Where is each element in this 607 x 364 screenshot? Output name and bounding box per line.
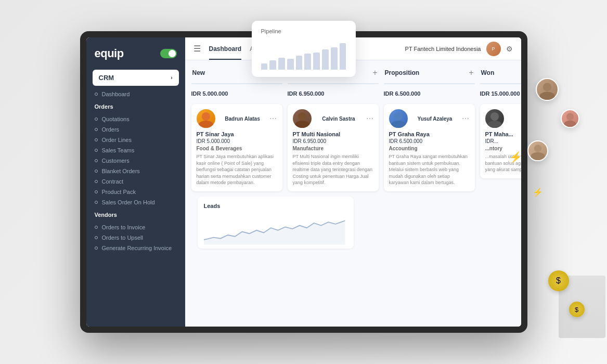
floating-avatar-3 bbox=[527, 140, 548, 161]
bar-10 bbox=[340, 43, 346, 70]
card-company-2: PT Multi Nasional bbox=[293, 131, 373, 137]
pipeline-title: Pipeline bbox=[261, 28, 346, 34]
company-name: PT Fantech Limited Indonesia bbox=[405, 46, 481, 52]
topbar-right: PT Fantech Limited Indonesia P ⚙ bbox=[405, 42, 513, 56]
logo-text: equip bbox=[95, 47, 124, 60]
sidebar-item-salesteams[interactable]: Sales Teams bbox=[86, 145, 185, 155]
sidebar: equip CRM › Dashboard Orders Quotations bbox=[86, 37, 185, 327]
card-avatar-2 bbox=[293, 109, 312, 128]
card-amount-2: IDR 6.950.000 bbox=[293, 138, 373, 144]
bar-6 bbox=[304, 54, 311, 70]
column-total-qualified: IDR 6.950.000 bbox=[288, 90, 379, 97]
card-avatar-3 bbox=[389, 109, 408, 128]
svg-point-1 bbox=[199, 121, 213, 128]
orderstoinvoice-label: Orders to Invoice bbox=[102, 224, 146, 230]
sidebar-item-orderstoinvoice[interactable]: Orders to Invoice bbox=[86, 222, 185, 232]
user-avatar[interactable]: P bbox=[486, 42, 501, 56]
column-divider-won bbox=[480, 83, 521, 84]
column-total-new: IDR 5.000.000 bbox=[191, 90, 282, 97]
hamburger-icon[interactable]: ☰ bbox=[193, 44, 201, 54]
lightning-icon-1: ⚡ bbox=[509, 151, 522, 163]
sidebar-dot bbox=[95, 93, 98, 96]
svg-point-13 bbox=[531, 152, 545, 161]
card-name-3: Yusuf Azaleya bbox=[418, 116, 453, 122]
column-title-won: Won bbox=[481, 69, 495, 76]
sidebar-item-contract[interactable]: Contract bbox=[86, 176, 185, 187]
kanban-column-won: Won + IDR 15.000.000 Karli... bbox=[480, 67, 521, 191]
bar-3 bbox=[278, 58, 285, 70]
sidebar-dot-q bbox=[95, 118, 98, 121]
sidebar-dashboard-label: Dashboard bbox=[102, 91, 130, 97]
sidebar-dot-co bbox=[95, 180, 98, 183]
sidebar-item-recurring[interactable]: Generate Recurring Invoice bbox=[86, 243, 185, 253]
card-avatar-1 bbox=[197, 109, 215, 128]
sidebar-item-orders[interactable]: Orders bbox=[86, 124, 185, 135]
sidebar-item-quotations[interactable]: Quotations bbox=[86, 114, 185, 124]
column-divider-new bbox=[191, 83, 282, 84]
kanban-column-proposition: Proposition + IDR 6.500.000 Yus bbox=[384, 67, 475, 191]
card-header-4: Karli... ⋯ bbox=[485, 109, 521, 128]
toggle-switch[interactable] bbox=[160, 49, 177, 58]
crm-module-button[interactable]: CRM › bbox=[93, 70, 179, 86]
pipeline-bar-chart bbox=[261, 38, 346, 70]
floating-avatar-2 bbox=[561, 109, 579, 128]
productpack-label: Product Pack bbox=[102, 189, 136, 195]
bottom-row: Leads bbox=[191, 197, 515, 255]
contract-label: Contract bbox=[102, 178, 124, 185]
lightning-icon-2: ⚡ bbox=[533, 187, 543, 197]
sidebar-dot-bl bbox=[95, 170, 98, 173]
card-industry-2: Manufacture bbox=[293, 146, 373, 151]
bar-1 bbox=[261, 63, 268, 70]
card-menu-2[interactable]: ⋯ bbox=[366, 114, 373, 123]
sidebar-item-orderlines[interactable]: Order Lines bbox=[86, 135, 185, 145]
sidebar-item-customers[interactable]: Customers bbox=[86, 155, 185, 166]
orders-label: Orders bbox=[102, 126, 120, 133]
card-company-1: PT Sinar Jaya bbox=[197, 131, 277, 137]
customers-label: Customers bbox=[102, 158, 130, 164]
column-header-proposition: Proposition + bbox=[384, 67, 475, 79]
crm-label: CRM bbox=[99, 74, 114, 82]
bar-4 bbox=[287, 59, 294, 70]
kanban-card-qualified-1: Calvin Sastra ⋯ PT Multi Nasional IDR 6.… bbox=[288, 104, 379, 191]
column-title-proposition: Proposition bbox=[385, 69, 420, 76]
card-industry-3: Accounting bbox=[389, 146, 470, 151]
column-add-proposition[interactable]: + bbox=[469, 69, 473, 77]
tab-dashboard[interactable]: Dashboard bbox=[209, 37, 242, 60]
card-avatar-4 bbox=[485, 109, 504, 128]
kanban-column-qualified: Qualified + IDR 6.950.000 Calvi bbox=[288, 67, 379, 191]
card-industry-1: Food & Beverages bbox=[197, 146, 277, 151]
card-menu-3[interactable]: ⋯ bbox=[462, 114, 469, 123]
card-name-1: Badrun Alatas bbox=[225, 116, 260, 122]
sidebar-item-orderstoupsell[interactable]: Orders to Upsell bbox=[86, 232, 185, 243]
card-description-3: PT Graha Raya sangat membutuhkan bantuan… bbox=[389, 153, 470, 186]
sidebar-item-blanket[interactable]: Blanket Orders bbox=[86, 166, 185, 176]
kanban-column-new: New + IDR 5.000.000 Badrun Alat bbox=[191, 67, 282, 191]
vendors-title: Vendors bbox=[95, 212, 177, 218]
svg-point-5 bbox=[391, 121, 406, 128]
column-total-proposition: IDR 6.500.000 bbox=[384, 90, 475, 97]
column-add-qualified[interactable]: + bbox=[372, 69, 377, 77]
svg-point-12 bbox=[534, 145, 541, 152]
salesonhold-label: Sales Order On Hold bbox=[102, 199, 155, 205]
card-company-3: PT Graha Raya bbox=[389, 131, 470, 137]
kanban-card-won-1: Karli... ⋯ PT Maha... IDR... ...ntory ..… bbox=[480, 104, 521, 178]
orderlines-label: Order Lines bbox=[102, 137, 132, 143]
card-amount-3: IDR 6.500.000 bbox=[389, 138, 470, 144]
card-menu-1[interactable]: ⋯ bbox=[269, 114, 277, 123]
bar-2 bbox=[269, 60, 276, 70]
card-description-2: PT Multi Nasional ingin memiliki efisien… bbox=[293, 153, 373, 186]
vendors-section: Vendors bbox=[86, 207, 185, 222]
column-total-won: IDR 15.000.000 bbox=[480, 90, 521, 97]
settings-icon[interactable]: ⚙ bbox=[506, 45, 513, 53]
recurring-label: Generate Recurring Invoice bbox=[102, 245, 172, 251]
sidebar-dot-oi bbox=[95, 226, 98, 229]
column-title-new: New bbox=[192, 69, 205, 76]
sidebar-item-dashboard[interactable]: Dashboard bbox=[86, 89, 185, 99]
sidebar-item-salesonhold[interactable]: Sales Order On Hold bbox=[86, 197, 185, 207]
leads-chart-svg bbox=[204, 212, 347, 246]
svg-point-11 bbox=[564, 121, 576, 128]
bar-5 bbox=[296, 56, 303, 70]
salesteams-label: Sales Teams bbox=[102, 147, 135, 153]
sidebar-item-productpack[interactable]: Product Pack bbox=[86, 187, 185, 197]
card-company-4: PT Maha... bbox=[485, 131, 521, 137]
